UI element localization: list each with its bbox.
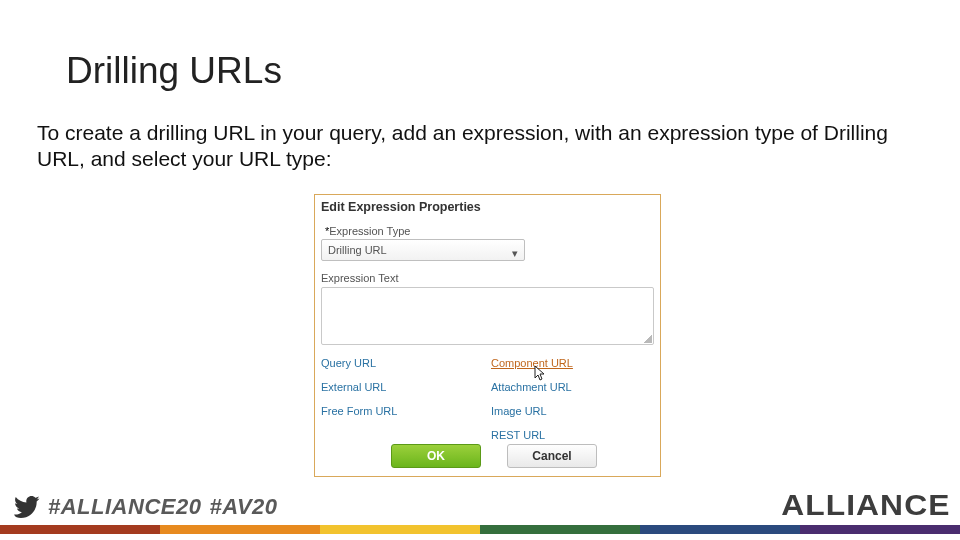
footer-stripe xyxy=(0,525,960,534)
brand-logo: ALLIANCE xyxy=(782,488,951,522)
expression-type-label: *Expression Type xyxy=(325,225,410,237)
chevron-down-icon: ▾ xyxy=(512,243,518,263)
expression-dialog: Edit Expression Properties *Expression T… xyxy=(314,194,661,477)
expression-text-label: Expression Text xyxy=(321,272,398,284)
cancel-button[interactable]: Cancel xyxy=(507,444,597,468)
twitter-bird-icon xyxy=(12,496,40,518)
expression-text-input[interactable] xyxy=(321,287,654,345)
resize-grip-icon xyxy=(644,335,652,343)
query-url-link[interactable]: Query URL xyxy=(321,357,486,369)
expression-type-value: Drilling URL xyxy=(328,244,387,256)
dialog-heading: Edit Expression Properties xyxy=(321,200,481,214)
external-url-link[interactable]: External URL xyxy=(321,381,486,393)
expression-type-select[interactable]: Drilling URL ▾ xyxy=(321,239,525,261)
hashtag-2: #AV20 xyxy=(209,494,277,520)
footer-hashtags: #ALLIANCE20 #AV20 xyxy=(12,494,278,520)
component-url-link[interactable]: Component URL xyxy=(491,357,651,369)
slide-body: To create a drilling URL in your query, … xyxy=(37,120,907,173)
attachment-url-link[interactable]: Attachment URL xyxy=(491,381,651,393)
image-url-link[interactable]: Image URL xyxy=(491,405,651,417)
ok-button[interactable]: OK xyxy=(391,444,481,468)
free-form-url-link[interactable]: Free Form URL xyxy=(321,405,486,417)
rest-url-link[interactable]: REST URL xyxy=(491,429,651,441)
slide-title: Drilling URLs xyxy=(66,50,282,92)
hashtag-1: #ALLIANCE20 xyxy=(48,494,201,520)
